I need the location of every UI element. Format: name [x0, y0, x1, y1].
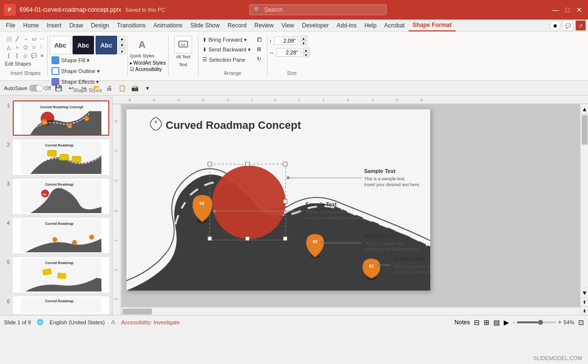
text-box-icon[interactable]: ⬜: [5, 35, 13, 43]
style-expand[interactable]: ▾: [119, 49, 125, 54]
menu-acrobat[interactable]: Acrobat: [380, 20, 408, 31]
accessibility-status[interactable]: Accessibility: Investigate: [122, 319, 180, 325]
accessibility-label[interactable]: ☑ Accessibility: [130, 67, 166, 72]
bring-forward-btn[interactable]: ⬆ Bring Forward ▾: [200, 36, 253, 44]
redo-btn[interactable]: ↪: [78, 83, 89, 94]
style-box-1[interactable]: Abc: [49, 36, 71, 54]
paste-btn[interactable]: 📋: [117, 83, 127, 94]
circle-icon[interactable]: ○: [13, 43, 21, 51]
menu-insert[interactable]: Insert: [43, 20, 65, 31]
toggle-track[interactable]: [29, 85, 43, 92]
wordart-styles-label[interactable]: ▸ WordArt Styles: [130, 60, 166, 66]
bracket-icon[interactable]: [: [13, 51, 21, 59]
star-icon[interactable]: ☆: [30, 43, 38, 51]
save-btn[interactable]: 💾: [53, 83, 64, 94]
slide-sorter-btn[interactable]: ⊞: [484, 318, 490, 326]
menu-draw[interactable]: Draw: [65, 20, 87, 31]
more-btn[interactable]: ▾: [142, 83, 153, 94]
edit-shapes-btn[interactable]: Edit Shapes: [5, 61, 31, 67]
open-btn[interactable]: 📂: [91, 83, 102, 94]
rotate-btn[interactable]: ↻: [255, 55, 264, 63]
menu-slideshow[interactable]: Slide Show: [186, 20, 223, 31]
menu-addins[interactable]: Add-ins: [333, 20, 361, 31]
slide-img-2[interactable]: Curved Roadmap: [13, 140, 109, 175]
zoom-slider[interactable]: [517, 321, 556, 323]
more-shapes-icon[interactable]: ⋯: [38, 35, 46, 43]
pentagon-icon[interactable]: ⬠: [22, 43, 29, 51]
shape-fill-btn[interactable]: Shape Fill ▾: [49, 55, 125, 65]
autosave-toggle[interactable]: AutoSave Off: [4, 85, 51, 92]
screenshot-btn[interactable]: 📸: [129, 83, 140, 94]
menu-record[interactable]: Record: [223, 20, 250, 31]
quick-styles-btn[interactable]: A Quick Styles: [130, 36, 154, 58]
callout-icon[interactable]: 💬: [30, 51, 38, 59]
menu-developer[interactable]: Developer: [298, 20, 333, 31]
print-btn[interactable]: 🖨: [104, 83, 115, 94]
menu-transitions[interactable]: Transitions: [113, 20, 149, 31]
zoom-out-btn[interactable]: -: [513, 319, 515, 326]
text-btn[interactable]: Text: [169, 61, 198, 68]
fit-slide-btn[interactable]: ⊡: [578, 318, 584, 326]
width-down[interactable]: ▼: [303, 52, 310, 57]
zoom-in-btn[interactable]: +: [558, 319, 562, 326]
record-btn[interactable]: ⏺: [550, 20, 561, 31]
search-box[interactable]: 🔍: [249, 4, 387, 15]
menu-shape-format[interactable]: Shape Format: [409, 20, 456, 31]
brace-icon[interactable]: {: [5, 51, 13, 59]
style-scroll-up[interactable]: ▲: [119, 36, 125, 42]
share-btn[interactable]: ↗: [575, 20, 586, 31]
slide-img-4[interactable]: Curved Roadmap: [13, 218, 109, 253]
slide-thumb-4[interactable]: 4 Curved Roadmap: [2, 217, 110, 254]
triangle-icon[interactable]: △: [5, 43, 13, 51]
height-up[interactable]: ▲: [300, 36, 307, 41]
notes-btn[interactable]: Notes: [455, 319, 470, 326]
menu-home[interactable]: Home: [19, 20, 43, 31]
rect-icon[interactable]: ▭: [30, 35, 38, 43]
diamond-icon[interactable]: ◇: [22, 51, 29, 59]
menu-help[interactable]: Help: [361, 20, 381, 31]
height-input[interactable]: [274, 36, 298, 45]
horizontal-scrollbar[interactable]: [122, 307, 580, 315]
slide-img-1[interactable]: Curved Roadmap Concept 03 02 01: [13, 100, 109, 136]
style-scroll-down[interactable]: ▼: [119, 42, 125, 48]
height-down[interactable]: ▼: [300, 41, 307, 46]
chevron-icon[interactable]: 〉: [38, 43, 46, 51]
slide-thumb-5[interactable]: 5 Curved Roadmap: [2, 256, 110, 293]
alt-text-btn[interactable]: Alt Alt Text: [169, 34, 198, 61]
close-button[interactable]: ✕: [574, 5, 584, 15]
menu-file[interactable]: File: [2, 20, 19, 31]
menu-design[interactable]: Design: [87, 20, 113, 31]
send-backward-btn[interactable]: ⬇ Send Backward ▾: [200, 46, 253, 54]
reading-view-btn[interactable]: ▤: [493, 318, 500, 326]
minimize-button[interactable]: —: [551, 5, 561, 15]
shape-outline-btn[interactable]: Shape Outline ▾: [49, 66, 125, 76]
style-box-3[interactable]: Abc: [96, 36, 117, 54]
slide-img-6[interactable]: Curved Roadmap: [13, 296, 109, 314]
group-btn[interactable]: ⊞: [255, 45, 264, 53]
search-input[interactable]: [264, 6, 382, 13]
vertical-scrollbar[interactable]: ▲ ▼ ⬆ ⬇: [580, 104, 588, 315]
maximize-button[interactable]: □: [563, 5, 572, 15]
scroll-down-btn[interactable]: ▼: [581, 288, 588, 297]
normal-view-btn[interactable]: ⊟: [474, 318, 480, 326]
line-icon[interactable]: ╱: [13, 35, 21, 43]
scroll-pg-dn[interactable]: ⬇: [581, 306, 588, 315]
slide-thumb-2[interactable]: 2 Curved Roadmap: [2, 139, 110, 176]
menu-animations[interactable]: Animations: [149, 20, 186, 31]
h-scroll-thumb[interactable]: [122, 309, 152, 315]
comment-btn[interactable]: 💬: [563, 20, 573, 31]
menu-review[interactable]: Review: [250, 20, 277, 31]
slide-thumb-3[interactable]: 3 Curved Roadmap 03: [2, 178, 110, 215]
scroll-thumb[interactable]: [582, 115, 588, 145]
style-box-2[interactable]: Abc: [73, 36, 94, 54]
slideshow-btn[interactable]: ▶: [504, 318, 509, 326]
align-btn[interactable]: ⧠: [255, 36, 264, 44]
menu-view[interactable]: View: [277, 20, 298, 31]
scroll-up-btn[interactable]: ▲: [581, 104, 588, 114]
arrow-icon[interactable]: →: [22, 35, 29, 43]
slide-img-5[interactable]: Curved Roadmap: [13, 257, 109, 292]
slide-thumb-6[interactable]: 6 Curved Roadmap: [2, 295, 110, 315]
arrange-icon[interactable]: ≡: [38, 51, 46, 59]
selection-pane-btn[interactable]: ☰ Selection Pane: [200, 55, 253, 64]
scroll-pg-up[interactable]: ⬆: [581, 297, 588, 306]
